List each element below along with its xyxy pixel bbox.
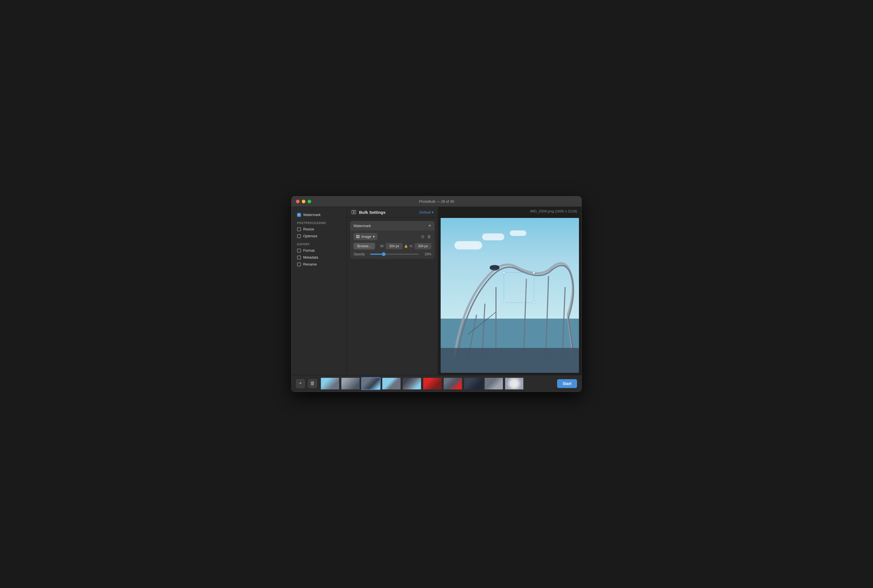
watermark-checkbox[interactable]	[297, 213, 301, 217]
sidebar-item-optimize[interactable]: Optimize	[291, 232, 346, 240]
sidebar-item-resize[interactable]: Resize	[291, 226, 346, 232]
image-type-icon: 🖼	[356, 234, 360, 238]
settings-header: Bulk Settings Default ▾	[347, 207, 438, 218]
metadata-label: Metadata	[303, 255, 318, 260]
svg-rect-0	[352, 210, 354, 214]
add-photo-button[interactable]: +	[296, 379, 305, 388]
preview-image: KENNY KENNYHEMPHILL PHOTO	[441, 218, 579, 373]
preset-label: Default	[419, 210, 431, 214]
watermark-selection-box: KENNY KENNYHEMPHILL PHOTO	[504, 272, 534, 303]
thumbnail-5[interactable]	[402, 377, 422, 390]
browse-button[interactable]: Browse...	[354, 243, 375, 249]
opacity-slider-thumb[interactable]	[382, 252, 386, 256]
handle-top-left[interactable]	[503, 272, 505, 274]
main-content: Watermark POSTPROCESSING Resize Optimize…	[291, 207, 582, 375]
image-filename: IMG_0308.png (1600 x 2134)	[530, 209, 577, 213]
traffic-lights	[296, 200, 311, 203]
duplicate-icon[interactable]: ⧉	[421, 234, 424, 239]
watermark-card: Watermark + 🖼 Image ▾ ⧉	[350, 221, 435, 259]
settings-panel: Bulk Settings Default ▾ Watermark +	[347, 207, 438, 375]
format-checkbox[interactable]	[297, 249, 301, 252]
type-select-chevron: ▾	[373, 234, 375, 238]
type-select[interactable]: 🖼 Image ▾	[354, 233, 377, 240]
opacity-row: Opacity 28%	[354, 252, 431, 256]
preset-selector[interactable]: Default ▾	[419, 210, 434, 214]
settings-panel-title: Bulk Settings	[359, 210, 386, 214]
thumbnail-3[interactable]	[361, 377, 381, 390]
thumbnails-strip	[320, 377, 554, 390]
image-preview-container: KENNY KENNYHEMPHILL PHOTO	[438, 216, 582, 375]
format-label: Format	[303, 248, 315, 252]
lock-icon: 🔒	[404, 244, 408, 248]
start-button[interactable]: Start	[557, 379, 577, 388]
app-window: PhotoBulk — 28 of 39 Watermark POSTPROCE…	[291, 196, 582, 392]
stamp-text-top: KENNY	[514, 282, 524, 284]
height-value[interactable]: 304 px	[415, 243, 431, 249]
panel-icon	[351, 210, 356, 214]
opacity-value: 28%	[422, 252, 431, 256]
thumbnail-2[interactable]	[341, 377, 360, 390]
resize-checkbox[interactable]	[297, 227, 301, 231]
thumbnail-1[interactable]	[320, 377, 340, 390]
title-bar: PhotoBulk — 28 of 39	[291, 196, 582, 207]
plus-icon: +	[299, 381, 302, 386]
thumbnail-9[interactable]	[484, 377, 504, 390]
watermark-card-title: Watermark	[354, 224, 371, 228]
trash-icon: 🗑	[310, 381, 315, 386]
close-button[interactable]	[296, 200, 300, 203]
thumbnail-8[interactable]	[464, 377, 483, 390]
stamp-text-bot: PHOTO	[516, 291, 522, 293]
browse-row: Browse... W: 304 px 🔒 H: 304 px	[354, 243, 431, 249]
postprocessing-section-label: POSTPROCESSING	[291, 218, 346, 226]
window-title: PhotoBulk — 28 of 39	[419, 200, 454, 204]
svg-rect-12	[490, 266, 499, 269]
opacity-slider[interactable]	[370, 254, 419, 255]
handle-top-right[interactable]	[533, 272, 535, 274]
rename-checkbox[interactable]	[297, 262, 301, 266]
width-label: W:	[380, 244, 384, 248]
image-header: IMG_0308.png (1600 x 2134)	[438, 207, 582, 216]
width-value[interactable]: 304 px	[386, 243, 402, 249]
metadata-checkbox[interactable]	[297, 255, 301, 260]
card-action-icons: ⧉ 🗑	[421, 234, 431, 239]
watermark-overlay[interactable]: KENNY KENNYHEMPHILL PHOTO	[504, 272, 534, 303]
svg-rect-1	[354, 210, 356, 214]
opacity-label: Opacity	[354, 252, 368, 256]
thumbnail-7[interactable]	[443, 377, 462, 390]
export-section-label: EXPORT	[291, 240, 346, 247]
bulk-settings-icon	[351, 210, 356, 214]
svg-line-8	[468, 323, 482, 334]
optimize-label: Optimize	[303, 234, 317, 238]
minimize-button[interactable]	[302, 200, 305, 203]
type-select-label: Image	[361, 234, 371, 238]
stamp-text-mid: KENNYHEMPHILL	[510, 284, 528, 291]
watermark-stamp: KENNY KENNYHEMPHILL PHOTO	[508, 277, 530, 299]
sidebar-item-watermark[interactable]: Watermark	[291, 211, 346, 218]
settings-body: Watermark + 🖼 Image ▾ ⧉	[347, 218, 438, 375]
delete-watermark-icon[interactable]: 🗑	[427, 234, 431, 239]
thumbnail-6[interactable]	[423, 377, 442, 390]
watermark-card-content: 🖼 Image ▾ ⧉ 🗑 Browse...	[350, 230, 435, 259]
handle-bottom-right[interactable]	[533, 302, 535, 304]
watermark-card-header: Watermark +	[350, 221, 435, 230]
delete-photo-button[interactable]: 🗑	[308, 379, 317, 388]
bottom-bar: + 🗑 Start	[291, 375, 582, 392]
thumbnail-4[interactable]	[382, 377, 401, 390]
image-area: IMG_0308.png (1600 x 2134)	[438, 207, 582, 375]
watermark-label: Watermark	[303, 213, 321, 217]
sidebar: Watermark POSTPROCESSING Resize Optimize…	[291, 207, 347, 375]
sidebar-item-rename[interactable]: Rename	[291, 261, 346, 268]
chevron-down-icon: ▾	[432, 210, 434, 214]
sidebar-item-metadata[interactable]: Metadata	[291, 254, 346, 261]
sidebar-item-format[interactable]: Format	[291, 247, 346, 254]
svg-line-6	[546, 276, 549, 356]
thumbnail-10[interactable]	[504, 377, 524, 390]
svg-line-7	[562, 287, 565, 356]
handle-bottom-left[interactable]	[503, 302, 505, 304]
add-watermark-button[interactable]: +	[428, 223, 431, 228]
dimension-group: W: 304 px 🔒 H: 304 px	[377, 243, 431, 249]
svg-rect-10	[441, 348, 579, 373]
maximize-button[interactable]	[308, 200, 311, 203]
optimize-checkbox[interactable]	[297, 234, 301, 238]
height-label: H:	[410, 244, 413, 248]
